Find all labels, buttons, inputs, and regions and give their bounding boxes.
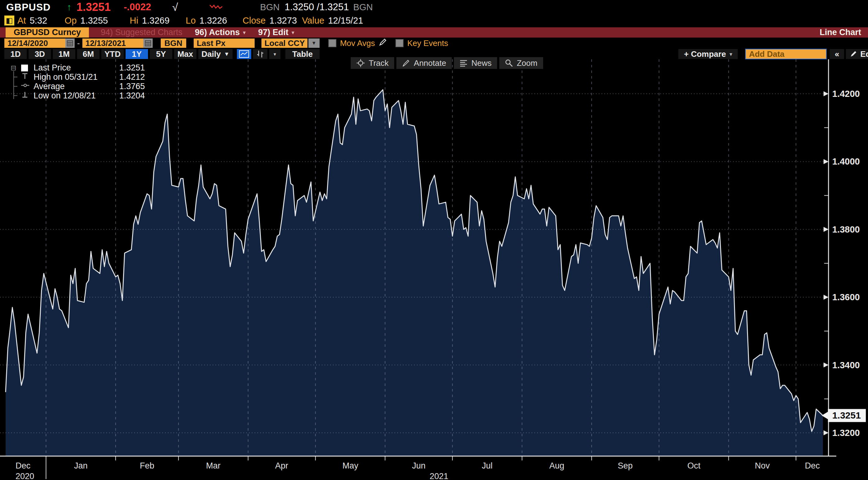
- range-1y-active[interactable]: 1Y: [126, 49, 148, 59]
- clock-icon[interactable]: ◧: [4, 15, 14, 26]
- y-axis-tick-arrow: [824, 363, 829, 368]
- y-axis-tick-arrow: [824, 430, 829, 435]
- collapse-button[interactable]: «: [830, 49, 844, 59]
- add-data-input[interactable]: Add Data: [745, 49, 827, 59]
- period-dropdown[interactable]: Daily ▼: [198, 49, 232, 59]
- range-max[interactable]: Max: [174, 49, 196, 59]
- currency-caret-button[interactable]: ▼: [308, 38, 319, 48]
- legend-row-last-price[interactable]: ⊟ Last Price 1.3251: [10, 63, 145, 72]
- menu-actions[interactable]: 96) Actions: [195, 28, 240, 37]
- mov-avgs-label: Mov Avgs: [340, 38, 375, 48]
- x-axis-label: Aug: [549, 461, 564, 470]
- crosshair-icon: [356, 59, 365, 67]
- legend-value: 1.3251: [114, 63, 145, 73]
- menu-suggested-charts[interactable]: 94) Suggested Charts: [101, 28, 183, 37]
- x-axis-label: Dec: [16, 461, 30, 470]
- y-axis-label: 1.3800: [832, 225, 860, 234]
- value-date: 12/15/21: [328, 15, 363, 26]
- legend-row-average[interactable]: Average 1.3765: [10, 82, 145, 91]
- news-button[interactable]: News: [454, 57, 497, 69]
- source-button[interactable]: BGN: [161, 38, 186, 48]
- price-field-dropdown[interactable]: Last Px: [194, 38, 255, 48]
- annotate-button[interactable]: Annotate: [396, 57, 452, 69]
- bloomberg-terminal-chart-window: GBPUSD ↑ 1.3251 -.0022 √ BGN 1.3250 /1.3…: [0, 0, 868, 480]
- high-label: Hi: [130, 15, 138, 26]
- annotate-label: Annotate: [414, 58, 446, 68]
- sparkline-icon: [209, 2, 225, 12]
- range-3d[interactable]: 3D: [29, 49, 51, 59]
- key-events-checkbox[interactable]: [396, 39, 404, 47]
- range-1d[interactable]: 1D: [4, 49, 27, 59]
- range-1m[interactable]: 1M: [53, 49, 75, 59]
- chart-type-caret-button[interactable]: ▾: [269, 49, 280, 59]
- chart-settings-bar: 12/14/2020 - 12/13/2021 BGN Last Px Loca…: [0, 38, 868, 49]
- pencil-icon: [850, 50, 857, 58]
- x-axis-label: Mar: [206, 461, 221, 470]
- caret-down-icon: ▾: [274, 51, 276, 57]
- legend-row-high[interactable]: High on 05/31/21 1.4212: [10, 72, 145, 82]
- key-events-label: Key Events: [407, 38, 448, 48]
- legend-value: 1.4212: [114, 72, 145, 82]
- security-symbol: GBPUSD: [6, 2, 51, 13]
- menu-edit[interactable]: 97) Edit: [258, 28, 288, 37]
- track-button[interactable]: Track: [351, 57, 394, 69]
- caret-down-icon: ▾: [730, 51, 732, 57]
- legend-value: 1.3765: [114, 82, 145, 91]
- y-axis-tick-arrow: [824, 295, 829, 300]
- quote-header: GBPUSD ↑ 1.3251 -.0022 √ BGN 1.3250 /1.3…: [0, 0, 868, 14]
- magnifier-icon: [505, 59, 513, 67]
- low-value: 1.3226: [199, 15, 227, 26]
- range-ytd[interactable]: YTD: [101, 49, 124, 59]
- mov-avgs-checkbox[interactable]: [328, 39, 336, 47]
- y-axis-tick-arrow: [824, 159, 829, 164]
- value-label: Value: [302, 15, 324, 26]
- source-label-right: BGN: [353, 2, 373, 12]
- edit-chart-label: Edit Chart: [860, 49, 868, 59]
- legend-label: Last Price: [34, 63, 114, 73]
- x-axis-label: Jan: [74, 461, 88, 470]
- check-glyph-icon: √: [172, 1, 178, 13]
- y-axis-label: 1.3600: [832, 292, 860, 302]
- close-label: Close: [243, 15, 266, 26]
- calendar-icon[interactable]: [65, 38, 74, 48]
- chart-area: 1.42001.40001.38001.36001.34001.3200Dec2…: [0, 59, 868, 480]
- news-icon: [460, 59, 468, 67]
- bar-chart-type-button[interactable]: [253, 49, 267, 59]
- range-6m[interactable]: 6M: [77, 49, 99, 59]
- at-time: 5:32: [30, 15, 47, 26]
- zoom-button[interactable]: Zoom: [499, 57, 543, 69]
- edit-chart-button[interactable]: Edit Chart: [846, 49, 868, 59]
- currency-dropdown[interactable]: Local CCY: [261, 38, 307, 48]
- news-label: News: [471, 58, 492, 68]
- x-axis-label: Jul: [482, 461, 493, 470]
- x-axis-label: Apr: [275, 461, 288, 470]
- legend-row-low[interactable]: Low on 12/08/21 1.3204: [10, 91, 145, 100]
- legend-value: 1.3204: [114, 91, 145, 101]
- compare-button[interactable]: + Compare ▾: [678, 49, 738, 59]
- y-axis-label: 1.3200: [832, 428, 860, 438]
- range-5y[interactable]: 5Y: [150, 49, 172, 59]
- x-axis-label: Feb: [140, 461, 155, 470]
- legend-label: High on 05/31/21: [34, 72, 114, 82]
- date-to-input[interactable]: 12/13/2021: [82, 38, 143, 48]
- up-arrow-icon: ↑: [67, 2, 71, 12]
- line-chart-type-button[interactable]: [237, 49, 251, 59]
- x-axis-label: Jun: [412, 461, 426, 470]
- calendar-icon[interactable]: [143, 38, 153, 48]
- table-button[interactable]: Table: [285, 49, 319, 59]
- at-label: At: [18, 15, 26, 26]
- close-value: 1.3273: [269, 15, 297, 26]
- chart-legend: ⊟ Last Price 1.3251 High on 05/31/21 1.4…: [10, 63, 145, 100]
- compare-label: + Compare: [684, 49, 726, 59]
- legend-collapse-icon[interactable]: ⊟: [10, 64, 21, 72]
- y-axis-label: 1.3400: [832, 360, 860, 370]
- legend-label: Average: [34, 82, 114, 91]
- security-tab[interactable]: GBPUSD Curncy: [6, 27, 89, 38]
- ohlc-stats-bar: ◧ At 5:32 Op 1.3255 Hi 1.3269 Lo 1.3226 …: [0, 14, 868, 27]
- menu-bar: GBPUSD Curncy 94) Suggested Charts 96) A…: [0, 27, 868, 38]
- pencil-icon[interactable]: [379, 38, 387, 48]
- price-chart[interactable]: 1.42001.40001.38001.36001.34001.3200Dec2…: [0, 59, 868, 480]
- date-from-input[interactable]: 12/14/2020: [4, 38, 65, 48]
- y-axis-label: 1.4000: [832, 157, 860, 166]
- average-marker-icon: [21, 82, 34, 91]
